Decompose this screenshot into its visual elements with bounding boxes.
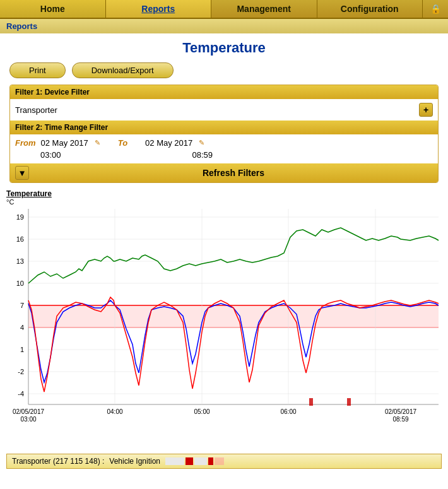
legend-device: Transporter (217 115 148) : — [12, 457, 104, 466]
svg-text:03:00: 03:00 — [20, 416, 36, 423]
from-label: From — [15, 138, 36, 148]
chart-area: Temperature °C 19 16 13 10 7 4 1 -2 -4 — [6, 189, 442, 454]
chart-title: Temperature — [6, 189, 442, 198]
nav-lock[interactable]: 🔒 — [423, 0, 448, 18]
svg-text:02/05/2017: 02/05/2017 — [13, 408, 44, 415]
chart-svg: 19 16 13 10 7 4 1 -2 -4 — [6, 206, 442, 452]
to-date-edit-icon[interactable]: ✎ — [199, 139, 204, 147]
page-title: Temperature — [0, 33, 448, 59]
svg-text:04:00: 04:00 — [107, 408, 122, 415]
filter1-body: Transporter + — [10, 99, 438, 121]
filter1-value: Transporter — [15, 105, 57, 115]
legend-segments — [165, 457, 224, 465]
toolbar: Print Download/Export — [0, 59, 448, 85]
svg-text:4: 4 — [20, 324, 24, 331]
collapse-button[interactable]: ▼ — [15, 166, 29, 180]
time-values-row: 03:00 08:59 — [15, 150, 433, 160]
legend-seg-red2 — [208, 457, 213, 465]
from-date-edit-icon[interactable]: ✎ — [95, 139, 100, 147]
to-label: To — [118, 138, 127, 148]
svg-text:10: 10 — [16, 280, 24, 287]
chart-unit: °C — [6, 198, 442, 206]
filter1-add-button[interactable]: + — [419, 103, 433, 117]
filter2-body: From 02 May 2017 ✎ To 02 May 2017 ✎ 03:0… — [10, 134, 438, 163]
svg-text:-4: -4 — [18, 390, 24, 398]
nav-reports[interactable]: Reports — [106, 0, 212, 18]
nav-configuration[interactable]: Configuration — [317, 0, 423, 18]
svg-text:16: 16 — [16, 235, 24, 243]
svg-text:7: 7 — [20, 302, 24, 309]
legend-seg-grey2 — [194, 457, 207, 465]
breadcrumb: Reports — [0, 19, 448, 33]
svg-text:06:00: 06:00 — [280, 408, 296, 415]
refresh-label[interactable]: Refresh Filters — [34, 168, 433, 178]
svg-text:05:00: 05:00 — [194, 408, 209, 415]
filter2-header: Filter 2: Time Range Filter — [10, 121, 438, 134]
filter1-container: Filter 1: Device Filter Transporter + Fi… — [9, 85, 439, 183]
svg-rect-35 — [347, 398, 351, 406]
svg-text:08:59: 08:59 — [392, 416, 408, 423]
download-button[interactable]: Download/Export — [72, 62, 174, 78]
svg-text:-2: -2 — [18, 368, 24, 375]
svg-text:19: 19 — [16, 213, 24, 221]
to-time: 08:59 — [192, 150, 213, 160]
nav-bar: Home Reports Management Configuration 🔒 — [0, 0, 448, 19]
from-time: 03:00 — [40, 150, 61, 160]
to-date: 02 May 2017 — [145, 138, 192, 148]
filter1-header: Filter 1: Device Filter — [10, 85, 438, 99]
svg-rect-34 — [309, 398, 313, 406]
legend-event: Vehicle Ignition — [109, 457, 160, 466]
svg-text:1: 1 — [20, 346, 24, 353]
legend-seg-red1 — [186, 457, 193, 465]
legend-seg-pink — [215, 457, 224, 465]
svg-text:02/05/2017: 02/05/2017 — [385, 408, 416, 415]
nav-home[interactable]: Home — [0, 0, 106, 18]
print-button[interactable]: Print — [9, 62, 66, 78]
refresh-row: ▼ Refresh Filters — [10, 163, 438, 182]
nav-management[interactable]: Management — [211, 0, 317, 18]
chart-svg-container: 19 16 13 10 7 4 1 -2 -4 — [6, 206, 442, 454]
legend-seg-grey — [165, 457, 184, 465]
legend-bar: Transporter (217 115 148) : Vehicle Igni… — [6, 454, 442, 469]
time-range-row: From 02 May 2017 ✎ To 02 May 2017 ✎ — [15, 138, 433, 148]
from-date: 02 May 2017 — [41, 138, 88, 148]
svg-text:13: 13 — [16, 257, 24, 265]
